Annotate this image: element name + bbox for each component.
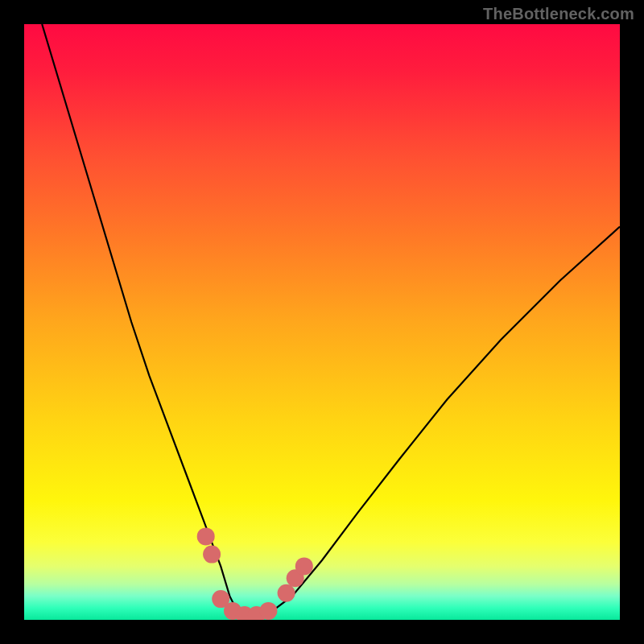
- marker-point: [197, 527, 215, 545]
- marker-point: [295, 557, 313, 575]
- marker-point: [203, 546, 221, 564]
- curve-svg: [24, 24, 620, 620]
- watermark-text: TheBottleneck.com: [483, 5, 634, 23]
- plot-area: [24, 24, 620, 620]
- marker-point: [278, 584, 295, 602]
- marker-point: [259, 602, 277, 620]
- bottleneck-curve: [42, 24, 620, 617]
- marker-group: [197, 527, 313, 620]
